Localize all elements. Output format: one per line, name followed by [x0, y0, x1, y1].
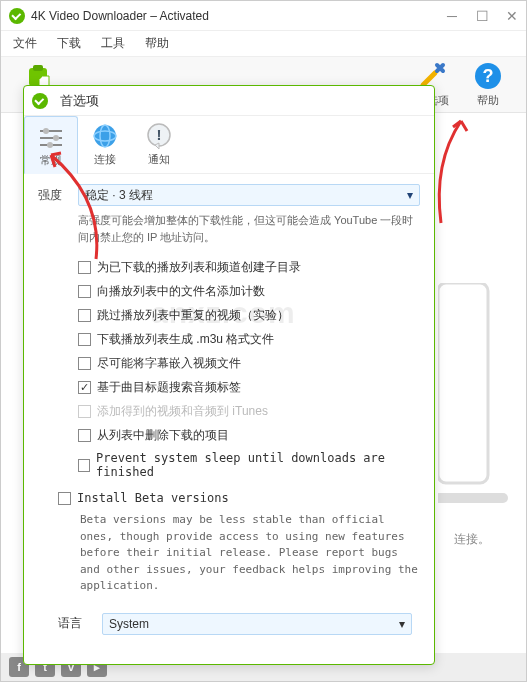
preferences-dialog: 首选项 常规 连接 ! 通知 强度 稳定 · 3 线程 ▾: [23, 85, 435, 665]
chk-embed-sub[interactable]: 尽可能将字幕嵌入视频文件: [78, 355, 420, 372]
svg-point-12: [94, 125, 116, 147]
tab-connection[interactable]: 连接: [78, 116, 132, 173]
menu-download[interactable]: 下载: [57, 35, 81, 52]
tab-notify[interactable]: ! 通知: [132, 116, 186, 173]
chk-skip-dup[interactable]: 跳过播放列表中重复的视频（实验）: [78, 307, 420, 324]
maximize-button[interactable]: ☐: [476, 10, 488, 22]
tab-general-label: 常规: [40, 153, 62, 168]
chk-m3u-label: 下载播放列表生成 .m3u 格式文件: [97, 331, 274, 348]
chevron-down-icon: ▾: [399, 617, 405, 631]
help-button[interactable]: ? 帮助: [460, 59, 516, 111]
dialog-body: 强度 稳定 · 3 线程 ▾ 高强度可能会增加整体的下载性能，但这可能会造成 Y…: [24, 174, 434, 664]
dialog-title: 首选项: [60, 92, 99, 110]
globe-icon: [90, 122, 120, 150]
dialog-app-icon: [32, 93, 48, 109]
chk-itunes: 添加得到的视频和音频到 iTunes: [78, 403, 420, 420]
minimize-button[interactable]: ─: [446, 10, 458, 22]
language-label: 语言: [58, 615, 102, 632]
chk-audio-tags-label: 基于曲目标题搜索音频标签: [97, 379, 241, 396]
beta-section: Install Beta versions Beta versions may …: [58, 491, 420, 595]
beta-description: Beta versions may be less stable than of…: [80, 512, 420, 595]
checkbox-list: 为已下载的播放列表和频道创建子目录 向播放列表中的文件名添加计数 跳过播放列表中…: [78, 259, 420, 479]
language-value: System: [109, 617, 149, 631]
menu-help[interactable]: 帮助: [145, 35, 169, 52]
chevron-down-icon: ▾: [407, 188, 413, 202]
svg-text:?: ?: [483, 66, 494, 86]
svg-rect-4: [438, 283, 488, 483]
svg-rect-5: [438, 493, 508, 503]
menubar: 文件 下载 工具 帮助: [1, 31, 526, 57]
window-title: 4K Video Downloader – Activated: [31, 9, 446, 23]
language-dropdown[interactable]: System ▾: [102, 613, 412, 635]
tab-connection-label: 连接: [94, 152, 116, 167]
tab-general[interactable]: 常规: [24, 116, 78, 174]
svg-point-11: [47, 142, 53, 148]
intensity-value: 稳定 · 3 线程: [85, 187, 153, 204]
chk-subdir-label: 为已下载的播放列表和频道创建子目录: [97, 259, 301, 276]
intensity-label: 强度: [38, 187, 78, 204]
laptop-illustration: [438, 283, 508, 543]
intensity-dropdown[interactable]: 稳定 · 3 线程 ▾: [78, 184, 420, 206]
chk-count-label: 向播放列表中的文件名添加计数: [97, 283, 265, 300]
chk-remove-finished[interactable]: 从列表中删除下载的项目: [78, 427, 420, 444]
connect-hint: 连接。: [454, 531, 490, 548]
chk-m3u[interactable]: 下载播放列表生成 .m3u 格式文件: [78, 331, 420, 348]
svg-point-9: [53, 135, 59, 141]
chk-prevent-sleep[interactable]: Prevent system sleep until downloads are…: [78, 451, 420, 479]
language-row: 语言 System ▾: [58, 613, 420, 635]
notify-icon: !: [144, 122, 174, 150]
chk-count[interactable]: 向播放列表中的文件名添加计数: [78, 283, 420, 300]
tab-notify-label: 通知: [148, 152, 170, 167]
menu-file[interactable]: 文件: [13, 35, 37, 52]
menu-tools[interactable]: 工具: [101, 35, 125, 52]
help-icon: ?: [473, 61, 503, 91]
help-label: 帮助: [477, 93, 499, 108]
chk-embed-sub-label: 尽可能将字幕嵌入视频文件: [97, 355, 241, 372]
close-button[interactable]: ✕: [506, 10, 518, 22]
svg-text:!: !: [157, 126, 162, 143]
chk-skip-dup-label: 跳过播放列表中重复的视频（实验）: [97, 307, 289, 324]
chk-itunes-label: 添加得到的视频和音频到 iTunes: [97, 403, 268, 420]
chk-beta-label: Install Beta versions: [77, 491, 229, 505]
dialog-titlebar: 首选项: [24, 86, 434, 116]
svg-rect-1: [33, 65, 43, 71]
intensity-hint: 高强度可能会增加整体的下载性能，但这可能会造成 YouTube 一段时间内禁止您…: [78, 212, 420, 245]
chk-remove-finished-label: 从列表中删除下载的项目: [97, 427, 229, 444]
chk-audio-tags[interactable]: 基于曲目标题搜索音频标签: [78, 379, 420, 396]
sliders-icon: [36, 123, 66, 151]
app-icon: [9, 8, 25, 24]
titlebar: 4K Video Downloader – Activated ─ ☐ ✕: [1, 1, 526, 31]
chk-beta[interactable]: Install Beta versions: [58, 491, 420, 505]
chk-subdir[interactable]: 为已下载的播放列表和频道创建子目录: [78, 259, 420, 276]
dialog-tabs: 常规 连接 ! 通知: [24, 116, 434, 174]
window-controls: ─ ☐ ✕: [446, 10, 518, 22]
svg-point-7: [43, 128, 49, 134]
chk-prevent-sleep-label: Prevent system sleep until downloads are…: [96, 451, 420, 479]
